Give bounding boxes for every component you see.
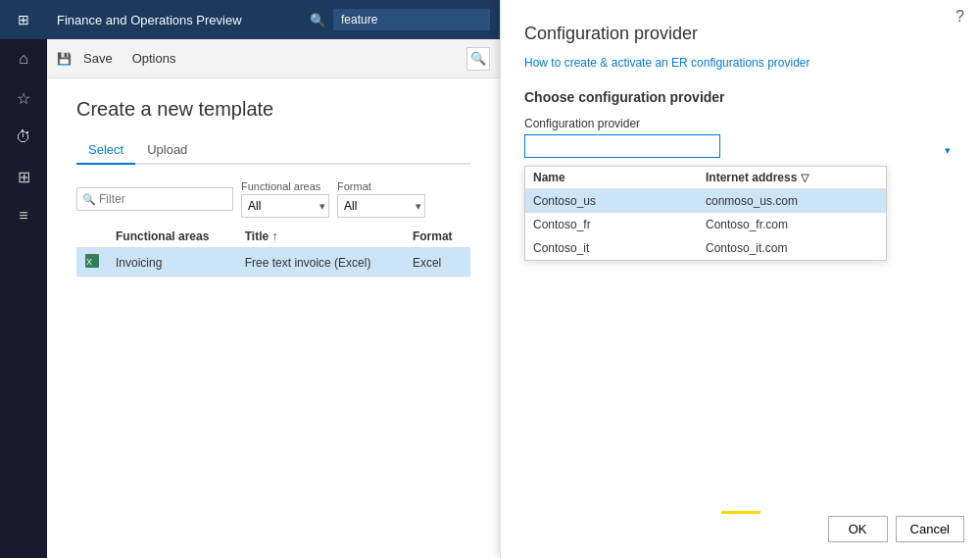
functional-areas-select[interactable]: All (241, 194, 329, 218)
toolbar: 💾 Save Options 🔍 (47, 39, 500, 78)
row-icon: X (76, 248, 108, 278)
functional-areas-filter: Functional areas All (241, 180, 329, 218)
left-nav: ⊞ ⌂ ☆ ⏱ ⊞ ≡ (0, 0, 47, 558)
row-title: Free text invoice (Excel) (237, 248, 405, 278)
row-1-address: Contoso_fr.com (706, 218, 878, 231)
main-area: Finance and Operations Preview 🔍 💾 Save … (47, 0, 500, 558)
address-filter-icon[interactable]: ▽ (801, 172, 808, 184)
config-dropdown-table: Name Internet address ▽ Contoso_us conmo… (524, 166, 887, 261)
panel-link[interactable]: How to create & activate an ER configura… (524, 56, 956, 70)
col-name-header: Name (533, 171, 706, 184)
page-title: Create a new template (76, 98, 470, 121)
row-2-name: Contoso_it (533, 241, 706, 255)
help-icon[interactable]: ? (956, 8, 964, 25)
col-title-header: Title ↑ (237, 226, 405, 248)
right-panel: ? Configuration provider How to create &… (500, 0, 980, 558)
dropdown-row-1[interactable]: Contoso_fr Contoso_fr.com (525, 213, 886, 236)
row-functional-area: Invoicing (108, 248, 237, 278)
format-select[interactable]: All (337, 194, 425, 218)
format-label: Format (337, 180, 425, 192)
nav-favorites-icon[interactable]: ☆ (0, 78, 47, 118)
filter-icon: 🔍 (82, 193, 96, 206)
row-1-name: Contoso_fr (533, 218, 706, 231)
options-button[interactable]: Options (124, 47, 184, 70)
col-icon-header (76, 226, 108, 248)
cancel-button[interactable]: Cancel (896, 516, 964, 542)
nav-grid-icon[interactable]: ⊞ (0, 0, 47, 39)
indicator-line (721, 511, 760, 514)
filter-row: 🔍 Functional areas All Format All (76, 180, 470, 218)
tab-upload[interactable]: Upload (135, 136, 199, 165)
page-content: Create a new template Select Upload 🔍 Fu… (47, 78, 500, 558)
table-row[interactable]: X Invoicing Free text invoice (Excel) Ex… (76, 248, 470, 278)
dropdown-header: Name Internet address ▽ (525, 167, 886, 189)
panel-section-title: Choose configuration provider (524, 89, 956, 105)
search-icon: 🔍 (310, 13, 325, 27)
panel-footer: OK Cancel (828, 516, 964, 542)
config-provider-label: Configuration provider (524, 117, 956, 130)
save-button[interactable]: Save (75, 47, 121, 70)
row-format: Excel (405, 248, 470, 278)
tabs: Select Upload (76, 136, 470, 165)
nav-modules-icon[interactable]: ≡ (0, 196, 47, 235)
dropdown-row-0[interactable]: Contoso_us conmoso_us.com (525, 189, 886, 213)
filter-input[interactable] (76, 187, 233, 211)
tab-select[interactable]: Select (76, 136, 135, 165)
col-address-header: Internet address ▽ (706, 171, 878, 184)
top-bar: Finance and Operations Preview 🔍 (47, 0, 500, 39)
templates-table: Functional areas Title ↑ Format X Invoic… (76, 226, 470, 278)
dropdown-row-2[interactable]: Contoso_it Contoso_it.com (525, 236, 886, 260)
row-0-address: conmoso_us.com (706, 194, 878, 208)
functional-areas-label: Functional areas (241, 180, 329, 192)
svg-text:X: X (86, 257, 92, 267)
ok-button[interactable]: OK (828, 516, 888, 542)
row-0-name: Contoso_us (533, 194, 706, 208)
nav-home-icon[interactable]: ⌂ (0, 39, 47, 78)
col-format-header: Format (405, 226, 470, 248)
app-title: Finance and Operations Preview (57, 13, 302, 27)
config-provider-select[interactable] (524, 134, 720, 158)
nav-workspaces-icon[interactable]: ⊞ (0, 157, 47, 196)
search-input[interactable] (333, 9, 490, 30)
toolbar-search-icon[interactable]: 🔍 (466, 47, 490, 71)
row-2-address: Contoso_it.com (706, 241, 878, 255)
col-functional-areas-header: Functional areas (108, 226, 237, 248)
config-select-wrap (524, 134, 956, 166)
nav-recent-icon[interactable]: ⏱ (0, 118, 47, 157)
save-icon: 💾 (57, 52, 72, 66)
format-filter: Format All (337, 180, 425, 218)
panel-title: Configuration provider (524, 24, 956, 44)
